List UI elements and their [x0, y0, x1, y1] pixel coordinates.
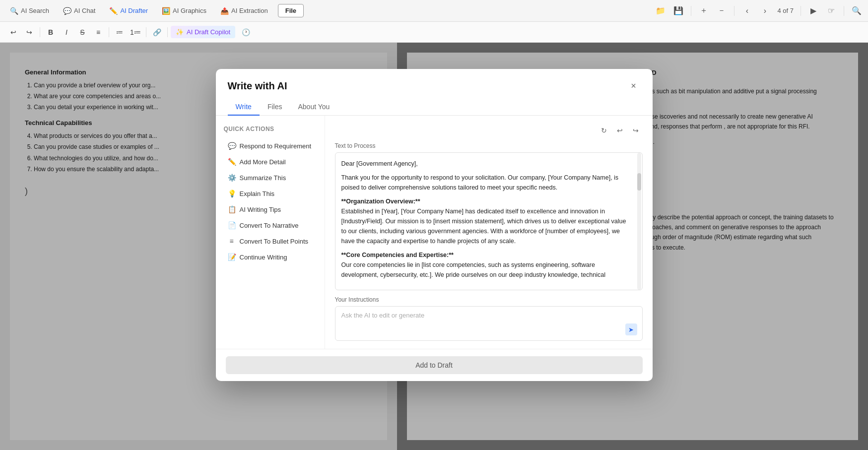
summarize-icon: ⚙️: [228, 174, 236, 182]
add-to-draft-button[interactable]: Add to Draft: [226, 356, 643, 374]
text-process-content: Dear [Government Agency], Thank you for …: [341, 159, 636, 280]
modal-main-content: ↻ ↩ ↪ Text to Process Dear [Government A…: [325, 116, 653, 349]
modal-mini-toolbar: ↻ ↩ ↪: [335, 124, 643, 137]
quick-actions-heading: Quick Actions: [224, 126, 317, 132]
sidebar-item-summarize[interactable]: ⚙️ Summarize This: [224, 170, 317, 185]
sidebar-item-explain[interactable]: 💡 Explain This: [224, 186, 317, 201]
tab-about-you[interactable]: About You: [290, 99, 337, 116]
modal-close-button[interactable]: ×: [627, 79, 641, 93]
modal-footer: Add to Draft: [216, 349, 653, 381]
add-detail-icon: ✏️: [228, 158, 236, 166]
bullets-icon: ≡: [228, 237, 236, 245]
sidebar-item-respond[interactable]: 💬 Respond to Requirement: [224, 138, 317, 153]
continue-icon: 📝: [228, 253, 236, 261]
scrollbar[interactable]: [637, 153, 641, 290]
text-process-box[interactable]: Dear [Government Agency], Thank you for …: [335, 152, 643, 290]
send-button[interactable]: ➤: [625, 323, 637, 335]
explain-icon: 💡: [228, 190, 236, 197]
text-process-label: Text to Process: [335, 142, 643, 149]
instructions-placeholder: Ask the AI to edit or generate: [341, 312, 636, 319]
modal-backdrop: Write with AI × Write Files About You Qu…: [0, 0, 868, 450]
modal-sidebar: Quick Actions 💬 Respond to Requirement ✏…: [216, 116, 325, 349]
instructions-input[interactable]: Ask the AI to edit or generate ➤: [335, 306, 643, 341]
modal-body: Quick Actions 💬 Respond to Requirement ✏…: [216, 116, 653, 349]
respond-icon: 💬: [228, 142, 236, 150]
write-with-ai-modal: Write with AI × Write Files About You Qu…: [216, 69, 653, 381]
sidebar-item-continue-writing[interactable]: 📝 Continue Writing: [224, 250, 317, 264]
modal-tabs: Write Files About You: [216, 93, 653, 116]
modal-header: Write with AI ×: [216, 69, 653, 93]
writing-tips-icon: 📋: [228, 205, 236, 213]
tab-write[interactable]: Write: [228, 99, 260, 116]
instructions-label: Your Instructions: [335, 296, 643, 303]
narrative-icon: 📄: [228, 221, 236, 229]
sidebar-item-convert-bullets[interactable]: ≡ Convert To Bullet Points: [224, 234, 317, 249]
undo-ai-button[interactable]: ↩: [613, 124, 627, 137]
refresh-button[interactable]: ↻: [597, 124, 611, 137]
sidebar-item-writing-tips[interactable]: 📋 AI Writing Tips: [224, 202, 317, 217]
tab-files[interactable]: Files: [260, 99, 290, 116]
modal-title: Write with AI: [228, 80, 287, 92]
sidebar-item-add-detail[interactable]: ✏️ Add More Detail: [224, 154, 317, 169]
redo-ai-button[interactable]: ↪: [629, 124, 643, 137]
sidebar-item-convert-narrative[interactable]: 📄 Convert To Narrative: [224, 218, 317, 233]
